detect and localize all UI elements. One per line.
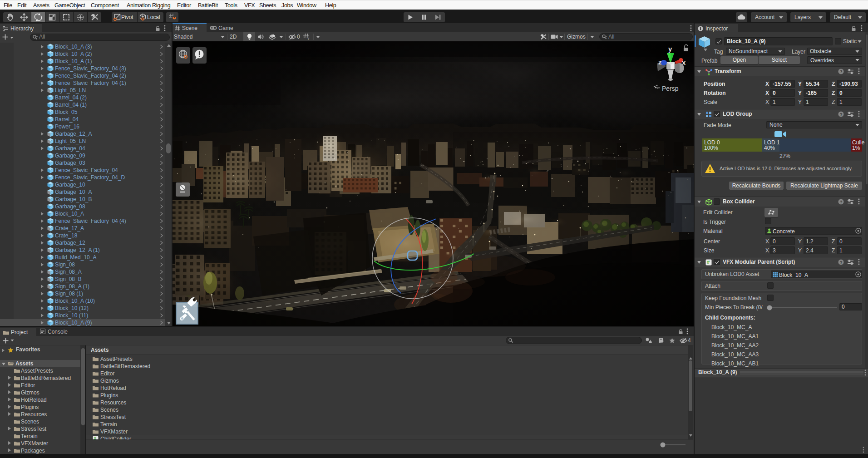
svg-text:y: y [668, 45, 672, 53]
svg-text:#: # [707, 260, 710, 265]
svg-text:?: ? [840, 200, 843, 204]
svg-text:Y: Y [307, 37, 310, 40]
svg-text:z: z [658, 58, 662, 66]
svg-text:Persp: Persp [662, 85, 679, 92]
svg-text:?: ? [840, 69, 843, 74]
svg-text:?: ? [840, 260, 843, 265]
svg-text:?: ? [840, 112, 843, 117]
svg-text:#: # [94, 436, 97, 439]
